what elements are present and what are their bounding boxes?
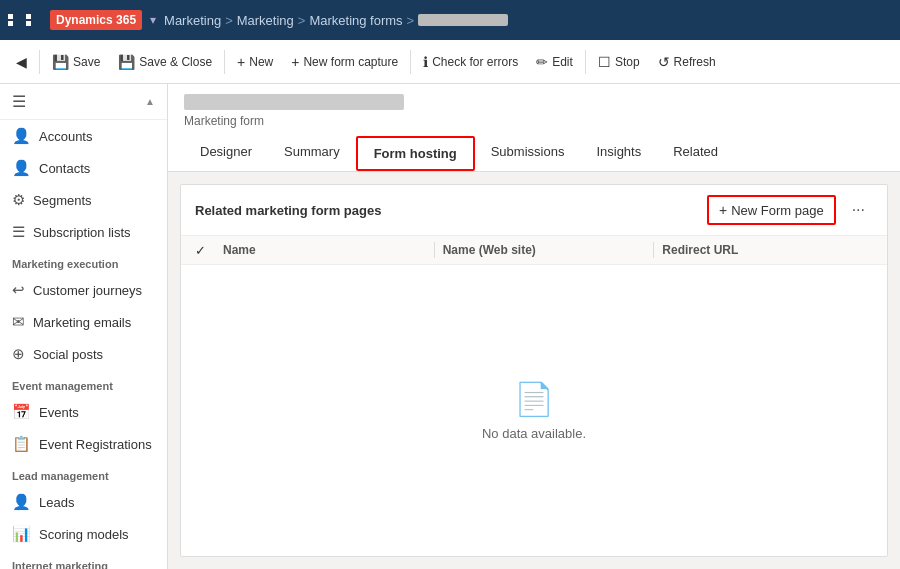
breadcrumb: Marketing > Marketing > Marketing forms … (164, 13, 508, 28)
sidebar-item-scoring-models[interactable]: 📊 Scoring models (0, 518, 167, 550)
toolbar-divider-4 (585, 50, 586, 74)
breadcrumb-forms[interactable]: Marketing forms (309, 13, 402, 28)
toolbar-divider-2 (224, 50, 225, 74)
stop-icon: ☐ (598, 54, 611, 70)
back-button[interactable]: ◀ (8, 49, 35, 75)
back-icon: ◀ (16, 54, 27, 70)
new-label: New (249, 55, 273, 69)
breadcrumb-module[interactable]: Marketing (164, 13, 221, 28)
toolbar-divider-1 (39, 50, 40, 74)
sidebar-leads-label: Leads (39, 495, 74, 510)
tab-submissions[interactable]: Submissions (475, 136, 581, 171)
tab-related-label: Related (673, 144, 718, 159)
check-errors-button[interactable]: ℹ Check for errors (415, 49, 526, 75)
sidebar-item-subscription-lists[interactable]: ☰ Subscription lists (0, 216, 167, 248)
tab-summary[interactable]: Summary (268, 136, 356, 171)
toolbar-divider-3 (410, 50, 411, 74)
leads-icon: 👤 (12, 493, 31, 511)
tab-related[interactable]: Related (657, 136, 734, 171)
panel-header: Related marketing form pages + New Form … (181, 185, 887, 236)
stop-button[interactable]: ☐ Stop (590, 49, 648, 75)
new-capture-label: New form capture (303, 55, 398, 69)
new-form-page-label: New Form page (731, 203, 823, 218)
marketing-emails-icon: ✉ (12, 313, 25, 331)
new-button[interactable]: + New (229, 49, 281, 75)
sidebar-item-contacts[interactable]: 👤 Contacts (0, 152, 167, 184)
no-data-text: No data available. (482, 426, 586, 441)
tab-insights-label: Insights (596, 144, 641, 159)
save-close-button[interactable]: 💾 Save & Close (110, 49, 220, 75)
breadcrumb-record (418, 14, 508, 26)
sidebar-subscription-lists-label: Subscription lists (33, 225, 131, 240)
sidebar-section-event-management: Event management (0, 370, 167, 396)
app-chevron-icon[interactable]: ▾ (150, 13, 156, 27)
refresh-label: Refresh (674, 55, 716, 69)
check-errors-label: Check for errors (432, 55, 518, 69)
refresh-button[interactable]: ↺ Refresh (650, 49, 724, 75)
tab-summary-label: Summary (284, 144, 340, 159)
tab-bar: Designer Summary Form hosting Submission… (184, 136, 884, 171)
sidebar-segments-label: Segments (33, 193, 92, 208)
app-grid-icon[interactable] (8, 14, 42, 26)
sidebar-section-lead-management: Lead management (0, 460, 167, 486)
sidebar-item-accounts[interactable]: 👤 Accounts (0, 120, 167, 152)
related-form-pages-panel: Related marketing form pages + New Form … (180, 184, 888, 557)
top-navigation-bar: Dynamics 365 ▾ Marketing > Marketing > M… (0, 0, 900, 40)
sidebar: ☰ ▲ 👤 Accounts 👤 Contacts ⚙ Segments ☰ S… (0, 84, 168, 569)
sidebar-item-social-posts[interactable]: ⊕ Social posts (0, 338, 167, 370)
tab-designer[interactable]: Designer (184, 136, 268, 171)
hamburger-icon[interactable]: ☰ (12, 92, 26, 111)
record-header: Marketing form Designer Summary Form hos… (168, 84, 900, 172)
sidebar-marketing-emails-label: Marketing emails (33, 315, 131, 330)
main-layout: ☰ ▲ 👤 Accounts 👤 Contacts ⚙ Segments ☰ S… (0, 84, 900, 569)
new-form-page-button[interactable]: + New Form page (707, 195, 836, 225)
scroll-up-icon[interactable]: ▲ (145, 96, 155, 107)
content-area: Marketing form Designer Summary Form hos… (168, 84, 900, 569)
save-button[interactable]: 💾 Save (44, 49, 108, 75)
accounts-icon: 👤 (12, 127, 31, 145)
tab-form-hosting[interactable]: Form hosting (356, 136, 475, 171)
sidebar-item-event-registrations[interactable]: 📋 Event Registrations (0, 428, 167, 460)
new-icon: + (237, 54, 245, 70)
breadcrumb-marketing[interactable]: Marketing (237, 13, 294, 28)
sidebar-section-marketing-execution: Marketing execution (0, 248, 167, 274)
table-header: ✓ Name Name (Web site) Redirect URL (181, 236, 887, 265)
tab-designer-label: Designer (200, 144, 252, 159)
contacts-icon: 👤 (12, 159, 31, 177)
col-website-header: Name (Web site) (443, 243, 654, 257)
sidebar-item-events[interactable]: 📅 Events (0, 396, 167, 428)
save-close-label: Save & Close (139, 55, 212, 69)
more-options-button[interactable]: ··· (844, 198, 873, 222)
sidebar-section-internet-marketing: Internet marketing (0, 550, 167, 569)
sidebar-social-posts-label: Social posts (33, 347, 103, 362)
sidebar-item-leads[interactable]: 👤 Leads (0, 486, 167, 518)
tab-form-hosting-label: Form hosting (374, 146, 457, 161)
new-form-page-plus-icon: + (719, 202, 727, 218)
sidebar-event-registrations-label: Event Registrations (39, 437, 152, 452)
customer-journeys-icon: ↩ (12, 281, 25, 299)
sidebar-item-marketing-emails[interactable]: ✉ Marketing emails (0, 306, 167, 338)
panel-title: Related marketing form pages (195, 203, 381, 218)
social-posts-icon: ⊕ (12, 345, 25, 363)
breadcrumb-sep2: > (298, 13, 306, 28)
edit-button[interactable]: ✏ Edit (528, 49, 581, 75)
sidebar-customer-journeys-label: Customer journeys (33, 283, 142, 298)
subscription-lists-icon: ☰ (12, 223, 25, 241)
breadcrumb-sep1: > (225, 13, 233, 28)
scoring-models-icon: 📊 (12, 525, 31, 543)
sidebar-item-customer-journeys[interactable]: ↩ Customer journeys (0, 274, 167, 306)
col-check: ✓ (195, 243, 223, 258)
segments-icon: ⚙ (12, 191, 25, 209)
check-errors-icon: ℹ (423, 54, 428, 70)
col-name-header: Name (223, 243, 434, 257)
col-redirect-header: Redirect URL (662, 243, 873, 257)
no-data-area: 📄 No data available. (181, 265, 887, 556)
sidebar-accounts-label: Accounts (39, 129, 92, 144)
no-data-icon: 📄 (514, 380, 554, 418)
sidebar-item-segments[interactable]: ⚙ Segments (0, 184, 167, 216)
new-capture-icon: + (291, 54, 299, 70)
tab-insights[interactable]: Insights (580, 136, 657, 171)
save-icon: 💾 (52, 54, 69, 70)
sidebar-contacts-label: Contacts (39, 161, 90, 176)
new-form-capture-button[interactable]: + New form capture (283, 49, 406, 75)
